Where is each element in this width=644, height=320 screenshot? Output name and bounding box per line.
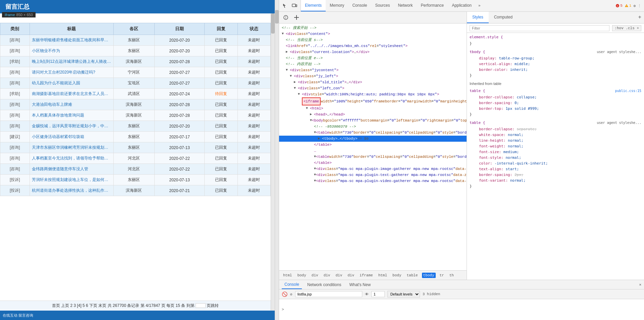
styles-add-rule[interactable]: +	[635, 12, 644, 23]
dom-tree-line[interactable]: <div class="mpa-sc mpa-plugin-text-gathe…	[279, 172, 467, 178]
console-tab-whatsnew[interactable]: What's New	[346, 280, 373, 289]
console-input-area: >	[279, 299, 644, 320]
breadcrumb-item[interactable]: tbody	[422, 273, 436, 278]
tab-application[interactable]: Application	[448, 0, 476, 11]
table-row: [求助]南湖摄影基地目前还要求在北京务工人员进入其基地...武清区2020-07…	[0, 89, 271, 99]
breadcrumb-item[interactable]: tr	[438, 273, 445, 278]
table-row: [咨询]幼儿园为什么不能就近入园宝坻区2020-07-27已回复未超时	[0, 78, 271, 89]
col-date: 日期	[155, 23, 205, 35]
console-input[interactable]	[287, 308, 641, 312]
dom-breadcrumb: html body div div div div iframe html bo…	[279, 270, 467, 280]
console-area: Console Network conditions What's New ✕ …	[279, 280, 644, 320]
svg-rect-0	[292, 4, 296, 7]
dom-tree-line[interactable]: <div class="jycontent">	[279, 67, 467, 73]
table-row: [咨询]天津市东丽区华润橡树湾芳润轩未按规划建车位以及...东丽区2020-07…	[0, 142, 271, 153]
tab-console[interactable]: Console	[348, 0, 371, 11]
dom-tree-line[interactable]: <!-- 搜索开始 -->	[279, 25, 467, 31]
breadcrumb-item[interactable]: table	[405, 273, 419, 278]
tab-styles[interactable]: Styles	[467, 12, 489, 23]
console-url-input[interactable]	[295, 291, 362, 297]
dom-tree-line[interactable]: <div class="mpa-sc mpa-plugin-image-gath…	[279, 166, 467, 172]
table-rule-public: table { public.css:15 border-collapse: c…	[470, 88, 641, 117]
add-attribute-icon[interactable]	[292, 13, 301, 21]
dom-tree-line[interactable]: <body bgcolor="#ffffff" bottommargin="0"…	[279, 118, 467, 124]
table-row: [咨询]东丽华明银楼府售楼处前面工地夜间和早上6点施工扰民东丽区2020-07-…	[0, 35, 271, 46]
tab-elements[interactable]: Elements	[301, 0, 326, 11]
iframe-label-text: iframe	[5, 13, 15, 17]
dom-tree-line[interactable]: <!-- -953900379 -->	[279, 124, 467, 130]
dom-tree-line[interactable]: <!-- 当前位置 s-->	[279, 37, 467, 43]
dom-tree-line[interactable]: <head>…</head>	[279, 111, 467, 118]
svg-point-8	[285, 18, 286, 19]
tab-sources[interactable]: Sources	[371, 0, 394, 11]
styles-filter-input[interactable]	[470, 25, 609, 31]
console-hidden-count: 3 hidden	[423, 292, 440, 296]
dom-panel: <!-- 搜索开始 --><div class="content"><!-- 当…	[279, 12, 467, 280]
table-row: [建议]小区健身活动器材紧邻垃圾箱东丽区2020-07-17已回复未超时	[0, 132, 271, 142]
dom-tree-line[interactable]: <table width="730" border="0" cellspacin…	[279, 154, 467, 160]
breadcrumb-item[interactable]: body	[391, 273, 402, 278]
console-page-input[interactable]	[371, 291, 385, 297]
breadcrumb-item[interactable]: html	[377, 273, 388, 278]
dom-tree-line[interactable]: <div class="content">	[279, 31, 467, 37]
iframe-label: iframe 850 × 650	[2, 12, 36, 17]
dom-tree-line[interactable]: <html>	[279, 105, 467, 111]
breadcrumb-item[interactable]: html	[282, 273, 293, 278]
breadcrumb-item[interactable]: div	[322, 273, 332, 278]
console-close-icon[interactable]: ✕	[639, 282, 641, 287]
inspect-icon[interactable]	[282, 13, 290, 21]
tab-performance[interactable]: Performance	[417, 0, 448, 11]
table-row: [咨询]小区物业不作为东丽区2020-07-20已回复未超时	[0, 46, 271, 56]
element-picker-icon[interactable]	[281, 2, 289, 10]
table-row: [咨询]金赐悦城，远洋风景等附近规划小学，中学还要多久...东丽区2020-07…	[0, 121, 271, 132]
dom-tree-line[interactable]: <div class="current-location">…</div>	[279, 49, 467, 55]
dom-tree-line[interactable]: <div class="left_con">	[279, 85, 467, 91]
dom-tree-line[interactable]: <iframe width="100%" height="650" frameb…	[279, 97, 467, 105]
dom-tree-line[interactable]: <div class="sld_title">…</div>	[279, 79, 467, 85]
table-row: [投诉]芳润轩未按照规划建设地上车位，是如何通过验收的东丽区2020-07-13…	[0, 175, 271, 185]
table-row: [咨询]本人档案具体存放地查询问题滨海新区2020-07-28已回复未超时	[0, 110, 271, 121]
table-row: [咨询]金纬路两侧便道随意停车没人管河北区2020-07-22已回复未超时	[0, 164, 271, 175]
breadcrumb-item[interactable]: div	[346, 273, 356, 278]
breadcrumb-item[interactable]: th	[448, 273, 455, 278]
console-clear-icon[interactable]: 🚫	[282, 291, 287, 297]
dom-tree-line[interactable]: <!-- 内容开始 -->	[279, 61, 467, 67]
dom-tree-line[interactable]: <table width="730" border="0" cellspacin…	[279, 130, 467, 136]
dom-tree-line[interactable]: <div class="jy_left">	[279, 73, 467, 79]
console-tab-console[interactable]: Console	[282, 280, 302, 289]
console-level-select[interactable]: Default levels	[387, 291, 420, 298]
inherited-section: Inherited from table	[470, 81, 641, 87]
console-filter-icon[interactable]: ⊘	[290, 292, 292, 296]
dom-tree-line[interactable]: <link href="../../../images/mbx_mh.css" …	[279, 43, 467, 49]
dom-tree-line[interactable]: <div class="mpa-sc mpa-plugin-video-gath…	[279, 178, 467, 184]
data-table: 类别 标题 各区 日期 回复 状态 [咨询]东丽华明银楼府售楼处前面工地夜间和早…	[0, 23, 271, 196]
tab-computed[interactable]: Computed	[489, 12, 518, 23]
page-jump-input[interactable]	[196, 303, 206, 308]
device-toggle-icon[interactable]	[290, 2, 299, 10]
console-tab-network[interactable]: Network conditions	[305, 280, 344, 289]
dom-toolbar	[279, 12, 467, 24]
breadcrumb-item[interactable]: iframe	[358, 273, 374, 278]
dom-tree-line[interactable]: </table>	[279, 160, 467, 166]
col-type: 类别	[0, 23, 30, 35]
breadcrumb-item[interactable]: div	[310, 273, 320, 278]
dom-tree-line[interactable]: <div style="width:100%;height:auto; padd…	[279, 91, 467, 97]
tab-more[interactable]: »	[476, 0, 483, 11]
dom-tree-line[interactable]: …	[279, 148, 467, 154]
bottom-nav: 在线互动 留言咨询	[0, 311, 275, 320]
dom-tree-line[interactable]: <tbody>…</tbody> == $0	[279, 136, 467, 142]
svg-rect-1	[296, 5, 297, 7]
dom-tree-line[interactable]: <!-- 当前位置 e-->	[279, 55, 467, 61]
error-count: ✕ 5	[615, 4, 623, 8]
pseudo-class-filter[interactable]: :hov .cls +	[612, 25, 641, 31]
styles-content: element.style { } tbody { user agent sty…	[467, 33, 644, 280]
devtools-menu-icon[interactable]: ⋮	[638, 4, 641, 8]
tab-network[interactable]: Network	[394, 0, 417, 11]
breadcrumb-item[interactable]: body	[296, 273, 307, 278]
tab-memory[interactable]: Memory	[326, 0, 348, 11]
styles-panel: Styles Computed + :hov .cls +	[467, 12, 644, 280]
breadcrumb-item[interactable]: div	[334, 273, 343, 278]
dom-tree-line[interactable]: </table>	[279, 142, 467, 148]
devtools-settings-icon[interactable]: ⚙	[633, 4, 636, 8]
console-eye-icon[interactable]: 👁	[365, 292, 369, 296]
